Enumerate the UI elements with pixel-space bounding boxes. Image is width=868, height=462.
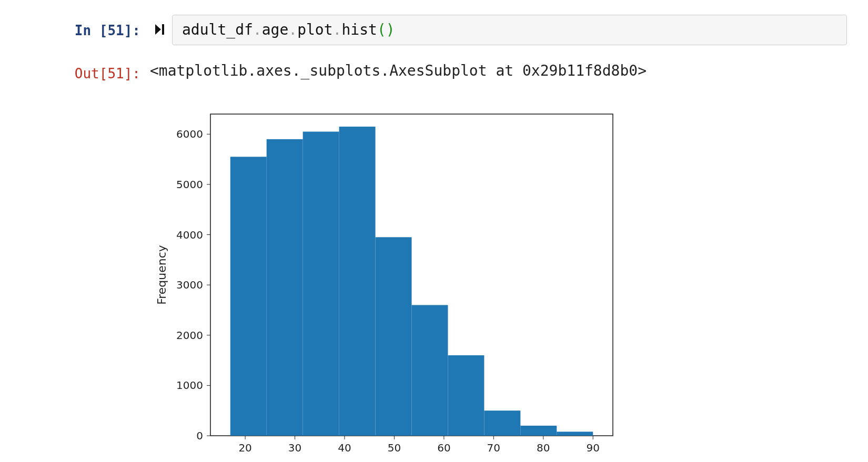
histogram-bar <box>303 131 339 436</box>
notebook-cell-area: In [51]: adult_df.age.plot.hist() Out[51… <box>0 0 868 462</box>
y-tick-label: 1000 <box>176 379 203 392</box>
code-token: ) <box>386 21 395 38</box>
y-tick-label: 6000 <box>176 128 203 140</box>
out-prompt: Out[51]: <box>0 58 150 83</box>
code-token: adult_df <box>182 21 253 38</box>
y-tick-label: 3000 <box>176 279 203 291</box>
code-token: . <box>253 21 262 38</box>
histogram-svg: 0100020003000400050006000203040506070809… <box>150 105 623 462</box>
histogram-bar <box>412 305 448 436</box>
x-tick-label: 50 <box>388 442 401 454</box>
out-prompt-suffix: ]: <box>124 66 140 81</box>
x-tick-label: 60 <box>437 442 450 454</box>
input-cell: In [51]: adult_df.age.plot.hist() <box>0 15 868 45</box>
histogram-bar <box>230 157 267 436</box>
empty-prompt <box>0 105 150 462</box>
out-prompt-number: 51 <box>107 66 124 81</box>
svg-rect-1 <box>162 24 164 35</box>
code-input-wrap: adult_df.age.plot.hist() <box>150 15 868 45</box>
output-chart-row: 0100020003000400050006000203040506070809… <box>0 105 868 462</box>
code-token: . <box>288 21 297 38</box>
output-repr-text: <matplotlib.axes._subplots.AxesSubplot a… <box>150 58 647 79</box>
histogram-bar <box>376 237 412 436</box>
histogram-bar <box>557 432 593 436</box>
x-tick-label: 80 <box>537 442 550 454</box>
code-token: plot <box>297 21 332 38</box>
histogram-bar <box>448 355 484 436</box>
histogram-bar <box>339 127 376 436</box>
histogram-bar <box>267 139 303 436</box>
y-axis-label: Frequency <box>155 245 168 305</box>
x-tick-label: 40 <box>338 442 351 454</box>
code-input[interactable]: adult_df.age.plot.hist() <box>172 15 847 45</box>
run-cell-icon[interactable] <box>153 23 167 36</box>
y-tick-label: 2000 <box>176 329 203 342</box>
in-prompt-number: 51 <box>107 23 124 38</box>
out-prompt-prefix: Out[ <box>75 66 108 81</box>
x-tick-label: 70 <box>487 442 500 454</box>
histogram-bar <box>520 426 557 436</box>
code-token: . <box>333 21 342 38</box>
histogram-bar <box>484 410 520 436</box>
svg-marker-0 <box>155 24 161 35</box>
histogram-chart: 0100020003000400050006000203040506070809… <box>150 105 623 462</box>
in-prompt: In [51]: <box>0 15 150 40</box>
y-tick-label: 4000 <box>176 228 203 241</box>
x-tick-label: 20 <box>238 442 251 454</box>
in-prompt-prefix: In [ <box>75 23 108 38</box>
y-tick-label: 5000 <box>176 178 203 191</box>
code-token: hist <box>341 21 377 38</box>
x-tick-label: 30 <box>288 442 301 454</box>
y-tick-label: 0 <box>196 429 203 442</box>
code-token: ( <box>377 21 386 38</box>
x-tick-label: 90 <box>586 442 599 454</box>
in-prompt-suffix: ]: <box>124 23 140 38</box>
output-repr-row: Out[51]: <matplotlib.axes._subplots.Axes… <box>0 58 868 83</box>
code-token: age <box>262 21 289 38</box>
